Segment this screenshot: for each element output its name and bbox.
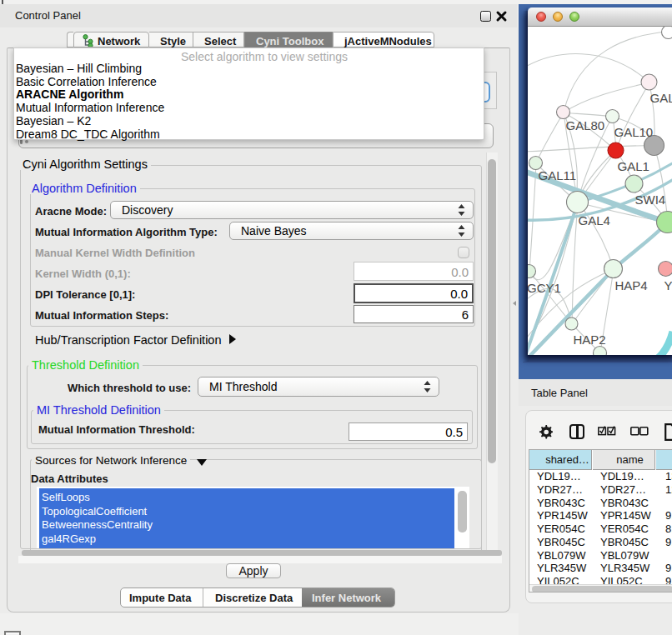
svg-text:HAP4: HAP4 — [615, 278, 648, 292]
svg-text:GCY1: GCY1 — [528, 281, 561, 295]
svg-text:GAL4: GAL4 — [579, 213, 610, 228]
svg-text:SWI4: SWI4 — [635, 192, 666, 207]
svg-text:GAL1: GAL1 — [618, 159, 649, 173]
svg-text:HAP2: HAP2 — [574, 332, 606, 347]
svg-text:GAL10: GAL10 — [614, 125, 654, 139]
svg-text:GAL80: GAL80 — [566, 118, 605, 132]
svg-text:GAL11: GAL11 — [539, 168, 577, 182]
svg-text:GAL7: GAL7 — [650, 91, 672, 105]
svg-text:Y: Y — [664, 278, 672, 292]
